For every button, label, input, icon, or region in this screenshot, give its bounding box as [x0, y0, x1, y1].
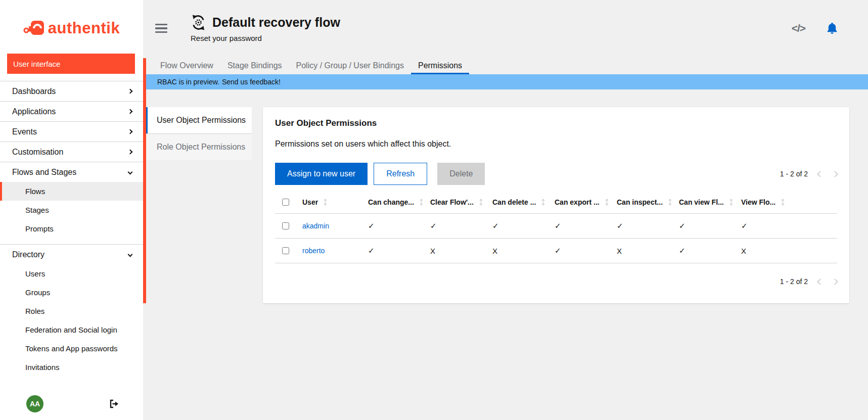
send-feedback-link[interactable]: Send us feedback!	[222, 78, 281, 86]
sidebar-subitem-label: Groups	[25, 288, 50, 297]
select-all-checkbox[interactable]	[282, 199, 289, 206]
sidebar-item-directory[interactable]: Directory	[0, 244, 143, 264]
subnav-user-object-permissions[interactable]: User Object Permissions	[146, 107, 252, 133]
subnav-role-object-permissions[interactable]: Role Object Permissions	[146, 133, 252, 160]
sidebar-item-events[interactable]: Events	[0, 121, 143, 142]
pagination-prev-button[interactable]	[818, 279, 823, 284]
sidebar-item-groups[interactable]: Groups	[0, 283, 143, 302]
sort-icon[interactable]	[541, 199, 545, 206]
avatar[interactable]: AA	[26, 395, 43, 412]
sidebar-item-dashboards[interactable]: Dashboards	[0, 81, 143, 101]
notifications-bell-icon[interactable]	[826, 22, 839, 35]
sort-icon[interactable]	[323, 199, 328, 206]
user-object-permissions-card: User Object Permissions Permissions set …	[263, 107, 849, 303]
authentik-logo: authentik	[0, 15, 143, 41]
chevron-down-icon	[128, 170, 133, 175]
tab-flow-overview[interactable]: Flow Overview	[153, 57, 220, 74]
sort-icon[interactable]	[729, 199, 734, 206]
sort-icon[interactable]	[781, 199, 785, 206]
sidebar-item-users[interactable]: Users	[0, 264, 143, 283]
user-link[interactable]: akadmin	[302, 222, 329, 230]
tab-label: Permissions	[418, 61, 462, 70]
sidebar-item-customisation[interactable]: Customisation	[0, 142, 143, 162]
page-subtitle: Reset your password	[191, 34, 340, 42]
brand-name: authentik	[48, 19, 120, 37]
delete-button[interactable]: Delete	[437, 163, 485, 185]
chevron-right-icon	[128, 150, 133, 155]
sort-icon[interactable]	[479, 199, 483, 206]
tab-label: Policy / Group / User Bindings	[296, 61, 404, 70]
sidebar-scrollbar-thumb[interactable]	[143, 58, 146, 303]
sidebar-item-roles[interactable]: Roles	[0, 302, 143, 320]
card-title: User Object Permissions	[275, 118, 837, 128]
column-header-clear-flow[interactable]: Clear Flow'...	[430, 198, 474, 206]
pagination-next-button[interactable]	[833, 172, 837, 176]
title-block: Default recovery flow Reset your passwor…	[191, 15, 340, 42]
permission-value: ✓	[430, 221, 437, 230]
permission-value: X	[430, 247, 435, 255]
permission-value: ✓	[368, 246, 375, 255]
permission-value: ✓	[679, 246, 686, 255]
table-row: akadmin ✓ ✓ ✓ ✓ ✓ ✓ ✓	[275, 214, 837, 239]
sidebar-item-invitations[interactable]: Invitations	[0, 358, 143, 377]
flow-process-icon	[191, 15, 206, 30]
card-toolbar: Assign to new user Refresh Delete 1 - 2 …	[275, 163, 837, 185]
permissions-table: User Can change... Clear Flow'... Can de…	[275, 191, 837, 263]
column-header-can-delete[interactable]: Can delete ...	[492, 198, 536, 206]
column-header-view-flow[interactable]: View Flo...	[741, 198, 775, 206]
column-header-can-export[interactable]: Can export ...	[555, 198, 600, 206]
sidebar-item-prompts[interactable]: Prompts	[0, 219, 143, 238]
column-header-user[interactable]: User	[302, 198, 318, 206]
pagination-prev-button[interactable]	[818, 172, 823, 176]
authentik-key-icon	[23, 18, 47, 39]
sort-icon[interactable]	[605, 199, 609, 206]
page: authentik User interface Dashboards Appl…	[0, 0, 868, 420]
column-header-can-change[interactable]: Can change...	[368, 198, 414, 206]
tab-label: Stage Bindings	[227, 61, 282, 70]
column-header-can-view[interactable]: Can view Fl...	[679, 198, 724, 206]
row-checkbox[interactable]	[282, 222, 289, 229]
tab-permissions[interactable]: Permissions	[411, 57, 469, 74]
chevron-down-icon	[128, 252, 133, 257]
sidebar-subitem-label: Prompts	[25, 224, 54, 233]
sidebar-item-stages[interactable]: Stages	[0, 201, 143, 219]
permission-value: ✓	[492, 221, 499, 230]
assign-to-new-user-button[interactable]: Assign to new user	[275, 163, 368, 185]
column-header-can-inspect[interactable]: Can inspect...	[617, 198, 663, 206]
api-code-icon[interactable]: </>	[792, 22, 805, 34]
permission-value: ✓	[617, 221, 623, 230]
sidebar-subitem-label: Invitations	[25, 363, 60, 371]
sidebar-item-label: Events	[12, 127, 37, 136]
refresh-button[interactable]: Refresh	[374, 163, 427, 185]
table-header-row: User Can change... Clear Flow'... Can de…	[275, 191, 837, 214]
tab-policy-group-user-bindings[interactable]: Policy / Group / User Bindings	[289, 57, 411, 74]
sidebar-item-label: Dashboards	[12, 87, 56, 96]
row-checkbox[interactable]	[282, 247, 289, 254]
sidebar-item-flows[interactable]: Flows	[0, 182, 143, 201]
sidebar-item-applications[interactable]: Applications	[0, 101, 143, 121]
pagination-next-button[interactable]	[833, 279, 837, 284]
chevron-right-icon	[128, 129, 133, 134]
tab-stage-bindings[interactable]: Stage Bindings	[220, 57, 289, 74]
sidebar-item-tokens-and-app-passwords[interactable]: Tokens and App passwords	[0, 339, 143, 358]
permission-value: ✓	[555, 221, 561, 230]
sidebar-item-label: Directory	[12, 250, 44, 259]
hamburger-menu-button[interactable]	[155, 24, 167, 33]
sidebar-item-label: Applications	[12, 107, 56, 116]
sidebar-subitem-label: Stages	[25, 206, 49, 214]
chevron-left-icon	[817, 171, 824, 177]
sign-out-button[interactable]	[109, 399, 119, 409]
chevron-left-icon	[817, 278, 824, 285]
sidebar-subitem-label: Federation and Social login	[25, 325, 117, 334]
rbac-preview-banner: RBAC is in preview. Send us feedback!	[143, 74, 868, 89]
user-link[interactable]: roberto	[302, 247, 325, 255]
flow-tabs: Flow Overview Stage Bindings Policy / Gr…	[143, 57, 868, 74]
sort-icon[interactable]	[419, 199, 424, 206]
sort-icon[interactable]	[668, 199, 672, 206]
chevron-right-icon	[832, 278, 838, 285]
sidebar-item-federation-and-social-login[interactable]: Federation and Social login	[0, 320, 143, 339]
user-interface-button[interactable]: User interface	[7, 54, 135, 74]
sidebar-footer: AA	[0, 395, 143, 412]
permission-value: X	[741, 247, 746, 255]
sidebar-item-flows-and-stages[interactable]: Flows and Stages	[0, 162, 143, 182]
